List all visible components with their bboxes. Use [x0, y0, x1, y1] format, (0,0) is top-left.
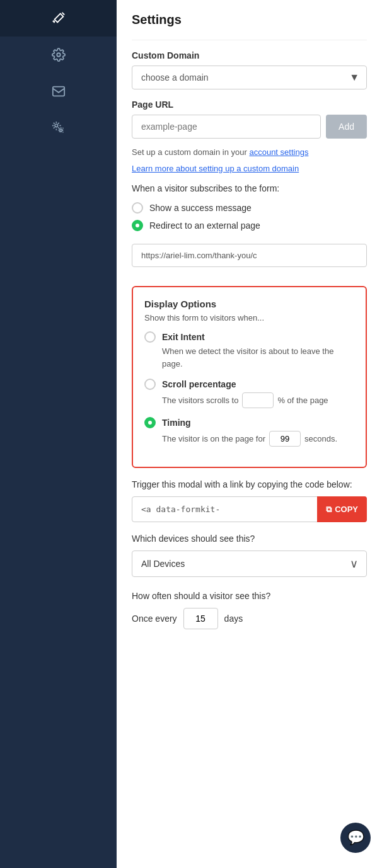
page-url-row: Add: [132, 115, 367, 139]
copy-button-label: COPY: [335, 505, 358, 514]
exit-intent-option: Exit Intent When we detect the visitor i…: [144, 331, 354, 370]
scroll-percentage-label: Scroll percentage: [162, 379, 236, 389]
custom-domain-wrapper: choose a domain ▼: [132, 66, 367, 89]
gears-icon: [52, 121, 66, 135]
success-message-option[interactable]: Show a success message: [132, 202, 367, 214]
exit-intent-radio[interactable]: [144, 331, 156, 343]
account-settings-text: Set up a custom domain in your account s…: [132, 146, 367, 159]
devices-label: Which devices should see this?: [132, 532, 367, 545]
copy-button[interactable]: ⧉ COPY: [317, 496, 367, 522]
timing-radio[interactable]: [144, 417, 156, 428]
trigger-label: Trigger this modal with a link by copyin…: [132, 478, 367, 491]
display-options-box: Display Options Show this form to visito…: [132, 286, 367, 468]
scroll-percentage-option: Scroll percentage The visitors scrolls t…: [144, 379, 354, 408]
custom-domain-label: Custom Domain: [132, 50, 367, 60]
page-title: Settings: [132, 13, 367, 27]
success-radio[interactable]: [132, 202, 143, 214]
chat-icon: 💬: [347, 830, 364, 846]
devices-select[interactable]: All Devices Desktop Only Mobile Only: [132, 551, 367, 577]
page-url-label: Page URL: [132, 100, 367, 110]
timing-label: Timing: [162, 418, 191, 428]
success-radio-label: Show a success message: [149, 203, 252, 213]
envelope-icon: [52, 84, 66, 98]
copy-icon: ⧉: [326, 505, 332, 515]
header-divider: [132, 40, 367, 40]
timing-header[interactable]: Timing: [144, 417, 354, 428]
scroll-suffix: % of the page: [277, 396, 328, 405]
exit-intent-header[interactable]: Exit Intent: [144, 331, 354, 343]
account-settings-link[interactable]: account settings: [249, 147, 308, 157]
gear-icon: [52, 48, 66, 62]
main-content: Settings Custom Domain choose a domain ▼…: [117, 0, 382, 868]
sidebar-item-settings[interactable]: [0, 37, 117, 73]
devices-wrapper: All Devices Desktop Only Mobile Only ∨: [132, 551, 367, 577]
frequency-prefix: Once every: [132, 614, 177, 624]
redirect-radio[interactable]: [132, 220, 143, 231]
display-options-subtitle: Show this form to visitors when...: [144, 313, 354, 323]
sidebar: [0, 0, 117, 868]
display-options-title: Display Options: [144, 299, 354, 309]
scroll-prefix: The visitors scrolls to: [162, 396, 238, 405]
timing-option: Timing The visitor is on the page for se…: [144, 417, 354, 447]
redirect-option[interactable]: Redirect to an external page: [132, 220, 367, 231]
scroll-percentage-header[interactable]: Scroll percentage: [144, 379, 354, 390]
sidebar-item-design[interactable]: [0, 0, 117, 37]
timing-suffix: seconds.: [304, 434, 337, 443]
page-url-input[interactable]: [132, 115, 321, 139]
learn-more-link[interactable]: Learn more about setting up a custom dom…: [132, 164, 299, 173]
exit-intent-desc: When we detect the visitor is about to l…: [162, 345, 354, 370]
wand-icon: [52, 11, 66, 25]
svg-point-2: [55, 124, 58, 127]
frequency-suffix: days: [224, 614, 243, 624]
redirect-url-input[interactable]: [132, 244, 367, 267]
copy-code-row: ⧉ COPY: [132, 496, 367, 522]
svg-point-3: [59, 129, 62, 132]
subscribe-label: When a visitor subscribes to the form:: [132, 183, 367, 193]
timing-prefix: The visitor is on the page for: [162, 434, 265, 443]
svg-point-0: [57, 53, 61, 57]
frequency-row: Once every days: [132, 608, 367, 629]
sidebar-item-integrations[interactable]: [0, 110, 117, 146]
frequency-label: How often should a visitor see this?: [132, 590, 367, 603]
sidebar-item-email[interactable]: [0, 73, 117, 110]
days-input[interactable]: [183, 608, 218, 629]
exit-intent-label: Exit Intent: [162, 332, 205, 342]
scroll-percentage-row: The visitors scrolls to % of the page: [162, 392, 354, 408]
chat-bubble[interactable]: 💬: [340, 823, 371, 853]
timing-input[interactable]: [269, 431, 301, 447]
scroll-percentage-input[interactable]: [242, 392, 274, 408]
add-url-button[interactable]: Add: [326, 115, 367, 139]
custom-domain-select[interactable]: choose a domain: [132, 66, 367, 89]
learn-more-text: Learn more about setting up a custom dom…: [132, 163, 367, 175]
scroll-percentage-radio[interactable]: [144, 379, 156, 390]
redirect-radio-label: Redirect to an external page: [149, 220, 260, 231]
svg-rect-1: [52, 87, 64, 96]
subscribe-radio-group: Show a success message Redirect to an ex…: [132, 202, 367, 231]
timing-row: The visitor is on the page for seconds.: [162, 431, 354, 447]
